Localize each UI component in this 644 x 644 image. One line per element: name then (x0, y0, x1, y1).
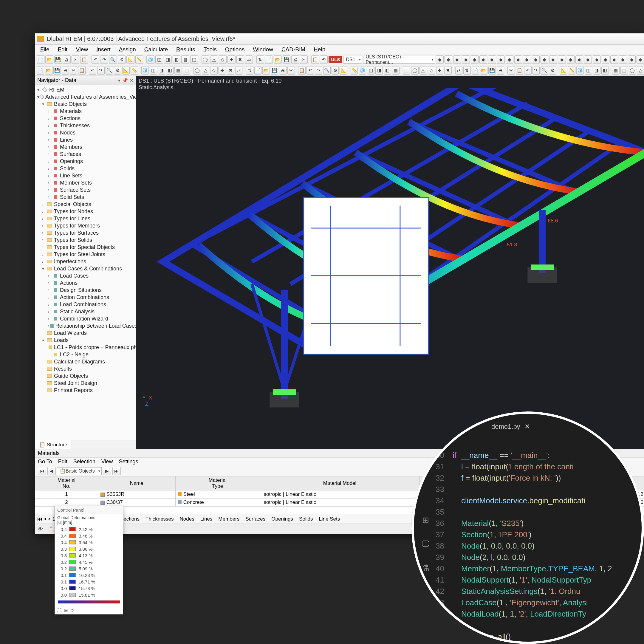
toolbar-button[interactable]: 📐 (560, 66, 567, 75)
toolbar-button[interactable]: ◇ (210, 66, 218, 75)
bp-tab-members[interactable]: Members (218, 516, 239, 522)
toolbar-button[interactable]: 📂 (274, 55, 281, 64)
tree-item[interactable]: Calculation Diagrams (35, 358, 135, 365)
toolbar-button[interactable]: ◨ (158, 66, 165, 75)
tree-item[interactable]: ›Types for Steel Joints (35, 251, 135, 258)
toolbar-button[interactable]: ◆ (479, 55, 487, 64)
toolbar-button[interactable]: ◧ (166, 66, 174, 75)
menu-insert[interactable]: Insert (93, 45, 114, 54)
control-panel[interactable]: Control Panel Global Deformations |u| [m… (55, 506, 123, 614)
toolbar-button[interactable]: ✚ (227, 55, 235, 64)
toolbar-button[interactable]: △ (637, 66, 644, 75)
toolbar-button[interactable]: 🔍 (109, 55, 117, 64)
menu-window[interactable]: Window (249, 45, 277, 54)
tree-item[interactable]: ›Member Sets (35, 179, 135, 186)
toolbar-button[interactable]: 💾 (488, 66, 496, 75)
tree-item[interactable]: Guide Objects (35, 372, 135, 380)
toolbar-button[interactable]: ◆ (558, 55, 566, 64)
nav-first-icon[interactable]: ⏮ (38, 467, 46, 475)
toolbar-button[interactable]: ✂ (300, 55, 308, 64)
toolbar-button[interactable]: 💾 (53, 66, 61, 75)
toolbar-button[interactable]: ◆ (628, 55, 636, 64)
tree-item[interactable]: ›Types for Lines (35, 215, 135, 222)
toolbar-button[interactable]: ◆ (584, 55, 592, 64)
tree-item[interactable]: LC1 - Poids propre + Panneaux photo. (35, 344, 135, 351)
toolbar-button[interactable]: 🖨 (63, 55, 71, 64)
toolbar-button[interactable]: ↷ (100, 55, 108, 64)
tree-item[interactable]: ›Surface Sets (35, 186, 135, 193)
tree-item[interactable]: ›Types for Members (35, 222, 135, 229)
toolbar-button[interactable]: ◆ (532, 55, 540, 64)
toolbar-button[interactable]: 🖨 (497, 66, 504, 75)
toolbar-button[interactable]: ✂ (72, 55, 79, 64)
toolbar-button[interactable]: 🧊 (141, 66, 149, 75)
bp-menu-view[interactable]: View (101, 459, 113, 465)
toolbar-button[interactable]: ◆ (488, 55, 496, 64)
tree-item[interactable]: ›Types for Nodes (35, 208, 135, 215)
menu-assign[interactable]: Assign (115, 45, 140, 54)
toolbar-button[interactable]: ◯ (629, 66, 636, 75)
tree-loads[interactable]: ▾Loads (35, 337, 135, 344)
toolbar-button[interactable]: ✚ (219, 66, 226, 75)
toolbar-button[interactable]: △ (210, 55, 218, 64)
navigator-tabs[interactable]: 📋 Structure (35, 440, 136, 449)
menu-options[interactable]: Options (222, 45, 248, 54)
nav-last-icon[interactable]: ⏭ (112, 467, 121, 475)
toolbar-button[interactable]: 🔍 (106, 66, 113, 75)
tree-item[interactable]: ›Action Combinations (35, 294, 135, 301)
toolbar-button[interactable]: ⚙ (549, 66, 556, 75)
tree-item[interactable]: ›Special Objects (35, 201, 135, 208)
toolbar-button[interactable]: 📄 (254, 66, 262, 75)
toolbar-button[interactable]: ▦ (174, 66, 182, 75)
tree-item[interactable]: ›Lines (35, 136, 135, 143)
toolbar-button[interactable]: ↷ (97, 66, 105, 75)
toolbar-button[interactable]: ◆ (445, 55, 452, 64)
menu-edit[interactable]: Edit (54, 45, 71, 54)
toolbar-button[interactable]: 📐 (340, 66, 347, 75)
toolbar-button[interactable]: △ (202, 66, 209, 75)
toolbar-button[interactable]: ↶ (524, 66, 532, 75)
toolbar-button[interactable]: ⇅ (463, 66, 471, 75)
toolbar-button[interactable]: 🖨 (62, 66, 69, 75)
toolbar-button[interactable]: ⚙ (118, 55, 126, 64)
menu-help[interactable]: Help (310, 45, 329, 54)
tree-item[interactable]: ›Thicknesses (35, 122, 135, 129)
toolbar-button[interactable]: ◨ (593, 66, 600, 75)
toolbar-button[interactable]: 📋 (80, 55, 88, 64)
menu-bar[interactable]: FileEditViewInsertAssignCalculateResults… (35, 45, 644, 54)
toolbar-button[interactable]: ◆ (602, 55, 609, 64)
tree-item[interactable]: ›Combination Wizard (35, 315, 135, 322)
toolbar-button[interactable]: ◫ (150, 66, 157, 75)
code-tab[interactable]: demo1.py✕ (491, 423, 530, 431)
close-icon[interactable]: ✕ (130, 78, 134, 83)
toolbar-button[interactable]: 🔍 (323, 66, 331, 75)
menu-results[interactable]: Results (173, 45, 199, 54)
toolbar-button[interactable]: 📏 (351, 66, 358, 75)
toolbar-button[interactable]: ◆ (462, 55, 470, 64)
tree-item[interactable]: Steel Joint Design (35, 380, 135, 387)
tree-basic-objects[interactable]: ▾Basic Objects (35, 100, 135, 108)
toolbar-button[interactable]: ⇄ (245, 55, 253, 64)
tree-item[interactable]: ›Solid Sets (35, 193, 135, 201)
toolbar-button[interactable]: ◫ (585, 66, 592, 75)
toolbar-button[interactable]: ◆ (593, 55, 600, 64)
menu-view[interactable]: View (72, 45, 92, 54)
bp-tab-lines[interactable]: Lines (200, 516, 213, 522)
ds-combo[interactable]: DS1 (343, 56, 362, 64)
tree-load-cases[interactable]: ▾Load Cases & Combinations (35, 265, 135, 272)
toolbar-button[interactable]: ✖ (444, 66, 452, 75)
toolbar-button[interactable]: ↶ (320, 55, 328, 64)
toolbar-button[interactable]: ◇ (219, 55, 227, 64)
toolbar-button[interactable]: 💾 (54, 55, 62, 64)
tree-item[interactable]: ›Line Sets (35, 172, 135, 179)
bp-menu-settings[interactable]: Settings (119, 459, 138, 465)
toolbar-button[interactable]: ▦ (181, 55, 189, 64)
toolbar-button[interactable]: ✂ (507, 66, 515, 75)
tree-item[interactable]: ›Relationship Between Load Cases (35, 322, 135, 329)
toolbar-button[interactable]: 🧊 (146, 55, 154, 64)
toolbar-button[interactable]: ⚙ (114, 66, 121, 75)
toolbar-button[interactable]: ◇ (428, 66, 435, 75)
toolbar-button[interactable]: ◨ (164, 55, 172, 64)
tree-item[interactable]: ›Types for Surfaces (35, 229, 135, 236)
bp-tab-solids[interactable]: Solids (299, 516, 313, 522)
